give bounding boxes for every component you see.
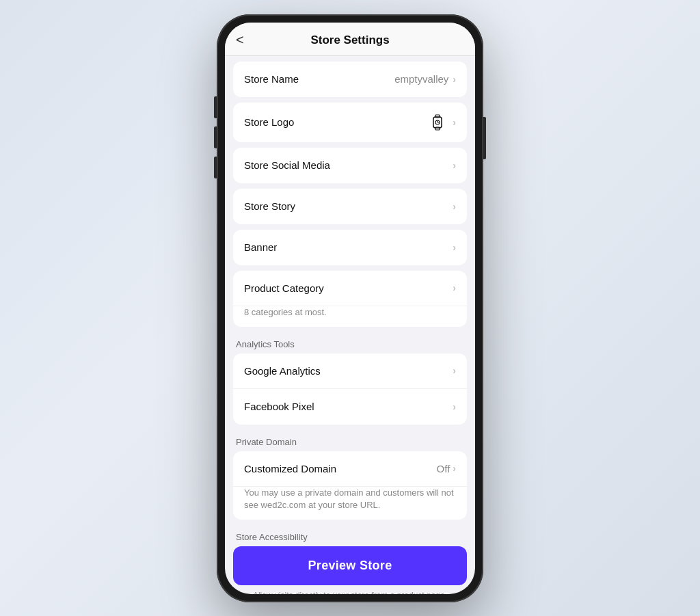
store-social-row[interactable]: Store Social Media › bbox=[233, 148, 467, 183]
google-analytics-label: Google Analytics bbox=[244, 365, 453, 377]
analytics-card: Google Analytics › Facebook Pixel › bbox=[233, 353, 467, 425]
store-story-card: Store Story › bbox=[233, 189, 467, 224]
analytics-section-label: Analytics Tools bbox=[233, 332, 467, 353]
product-category-chevron: › bbox=[453, 282, 456, 293]
product-category-label: Product Category bbox=[244, 282, 453, 294]
facebook-pixel-chevron: › bbox=[453, 401, 456, 412]
customized-domain-label: Customized Domain bbox=[244, 463, 437, 474]
banner-chevron: › bbox=[453, 242, 456, 253]
customized-domain-row[interactable]: Customized Domain Off › bbox=[233, 451, 467, 487]
private-domain-card: Customized Domain Off › You may use a pr… bbox=[233, 451, 467, 520]
content-scroll: Store Name emptyvalley › Store Logo bbox=[225, 56, 475, 594]
header: < Store Settings bbox=[225, 23, 475, 56]
banner-label: Banner bbox=[244, 241, 453, 253]
google-analytics-row[interactable]: Google Analytics › bbox=[233, 353, 467, 389]
store-social-label: Store Social Media bbox=[244, 159, 453, 171]
google-analytics-chevron: › bbox=[453, 365, 456, 376]
store-name-row[interactable]: Store Name emptyvalley › bbox=[233, 62, 467, 97]
preview-store-sub: Allow visits directly to your store from… bbox=[233, 585, 467, 593]
accessibility-section: Store Accessibility Preview Store Allow … bbox=[233, 525, 467, 593]
page-title: Store Settings bbox=[310, 34, 389, 47]
store-logo-chevron: › bbox=[453, 117, 456, 128]
store-name-chevron: › bbox=[453, 74, 456, 85]
back-button[interactable]: < bbox=[236, 32, 244, 48]
analytics-section: Analytics Tools Google Analytics › Faceb… bbox=[233, 332, 467, 425]
banner-card: Banner › bbox=[233, 230, 467, 265]
private-domain-section-label: Private Domain bbox=[233, 430, 467, 451]
product-category-row[interactable]: Product Category › bbox=[233, 271, 467, 306]
accessibility-section-label: Store Accessibility bbox=[233, 525, 467, 546]
banner-row[interactable]: Banner › bbox=[233, 230, 467, 265]
facebook-pixel-row[interactable]: Facebook Pixel › bbox=[233, 389, 467, 425]
product-category-card: Product Category › 8 categories at most. bbox=[233, 271, 467, 327]
private-domain-section: Private Domain Customized Domain Off › Y… bbox=[233, 430, 467, 520]
preview-store-button[interactable]: Preview Store bbox=[233, 546, 467, 585]
watch-icon bbox=[428, 113, 447, 132]
store-logo-row[interactable]: Store Logo › bbox=[233, 103, 467, 142]
customized-domain-value: Off bbox=[437, 463, 450, 474]
product-category-sub: 8 categories at most. bbox=[233, 306, 467, 327]
store-story-chevron: › bbox=[453, 201, 456, 212]
store-name-value: emptyvalley bbox=[394, 73, 448, 85]
phone-frame: < Store Settings Store Name emptyvalley … bbox=[217, 14, 483, 602]
store-logo-label: Store Logo bbox=[244, 116, 428, 128]
facebook-pixel-label: Facebook Pixel bbox=[244, 401, 453, 412]
phone-screen: < Store Settings Store Name emptyvalley … bbox=[225, 23, 475, 594]
store-name-label: Store Name bbox=[244, 73, 394, 85]
store-social-chevron: › bbox=[453, 160, 456, 171]
store-story-row[interactable]: Store Story › bbox=[233, 189, 467, 224]
store-logo-card: Store Logo › bbox=[233, 103, 467, 142]
store-social-card: Store Social Media › bbox=[233, 148, 467, 183]
store-story-label: Store Story bbox=[244, 200, 453, 212]
customized-domain-chevron: › bbox=[453, 463, 456, 474]
store-name-card: Store Name emptyvalley › bbox=[233, 62, 467, 97]
private-domain-sub: You may use a private domain and custome… bbox=[233, 487, 467, 520]
